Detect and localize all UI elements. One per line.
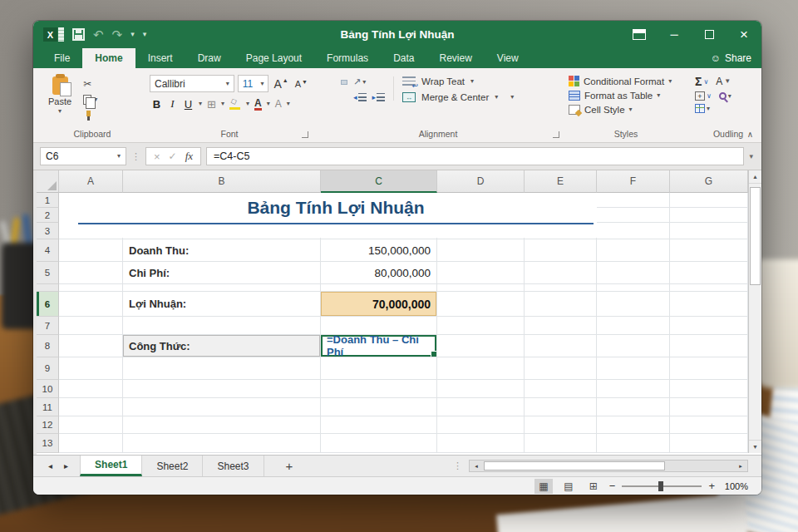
cell-C4[interactable]: 150,000,000 xyxy=(321,239,437,262)
normal-view-button[interactable]: ▦ xyxy=(534,479,553,494)
select-all-corner[interactable] xyxy=(37,170,59,193)
cell[interactable] xyxy=(59,317,123,335)
column-header-D[interactable]: D xyxy=(437,170,525,193)
paste-button[interactable]: Paste ▾ xyxy=(43,75,76,121)
orientation-button[interactable]: ↗▾ xyxy=(353,76,366,87)
cell[interactable] xyxy=(123,434,321,453)
tab-home[interactable]: Home xyxy=(82,48,135,68)
cell-C8[interactable]: =Doanh Thu – Chi Phí xyxy=(321,335,437,357)
merge-center-button[interactable]: ↔ Merge & Center ▾ ▾ xyxy=(402,92,514,102)
row-header-6[interactable]: 6 xyxy=(37,292,59,317)
column-header-E[interactable]: E xyxy=(525,170,597,193)
chevron-down-icon[interactable]: ▾ xyxy=(221,101,224,107)
chevron-down-icon[interactable]: ▾ xyxy=(510,94,514,101)
cell[interactable] xyxy=(437,434,525,453)
copy-button[interactable]: ▾ xyxy=(83,93,97,106)
cell[interactable] xyxy=(597,223,670,239)
font-color-button[interactable]: A xyxy=(254,98,262,111)
tab-draw[interactable]: Draw xyxy=(185,48,234,68)
tab-data[interactable]: Data xyxy=(381,48,426,68)
fill-color-button[interactable] xyxy=(229,99,241,110)
tab-file[interactable]: File xyxy=(42,48,82,68)
cell[interactable] xyxy=(525,284,597,292)
cell[interactable] xyxy=(59,434,123,453)
cell[interactable] xyxy=(437,317,525,335)
cell[interactable] xyxy=(525,239,597,262)
row-header-3[interactable]: 3 xyxy=(37,223,59,239)
column-header-F[interactable]: F xyxy=(597,170,670,193)
row-header-5[interactable]: 5 xyxy=(37,262,59,284)
tab-page-layout[interactable]: Page Layout xyxy=(234,48,314,68)
cell[interactable] xyxy=(597,416,670,434)
format-as-table-button[interactable]: Format as Table ▾ xyxy=(569,91,687,101)
cell[interactable] xyxy=(670,335,748,357)
cell[interactable] xyxy=(123,317,321,335)
row-header-12[interactable]: 12 xyxy=(37,416,59,434)
cell[interactable] xyxy=(123,380,321,398)
close-button[interactable]: × xyxy=(727,21,761,48)
maximize-button[interactable] xyxy=(692,21,727,48)
vertical-scrollbar[interactable]: ▲ ▼ xyxy=(748,170,761,453)
format-button[interactable]: ▾ xyxy=(695,104,710,113)
horizontal-scrollbar[interactable]: ◂ ▸ xyxy=(469,460,748,472)
sheet-tab-sheet1[interactable]: Sheet1 xyxy=(80,456,142,476)
name-box[interactable]: C6 ▾ xyxy=(40,147,126,165)
share-button[interactable]: ☺ Share xyxy=(711,48,751,68)
clear-format-button[interactable]: A xyxy=(275,98,282,110)
zoom-slider-thumb[interactable] xyxy=(658,481,663,491)
minimize-button[interactable]: ─ xyxy=(657,21,692,48)
cell[interactable] xyxy=(321,357,437,380)
cell[interactable] xyxy=(597,398,670,416)
font-dialog-launcher[interactable] xyxy=(302,131,308,138)
cell[interactable] xyxy=(597,335,670,357)
scroll-right-button[interactable]: ▸ xyxy=(734,461,747,471)
chevron-down-icon[interactable]: ▾ xyxy=(246,101,249,107)
row-header-4[interactable]: 4 xyxy=(37,239,59,262)
borders-button[interactable]: ⊞ xyxy=(207,98,216,111)
bold-button[interactable]: B xyxy=(151,98,162,111)
increase-indent-button[interactable]: ▸ xyxy=(372,93,386,101)
row-header-11[interactable]: 11 xyxy=(37,398,59,416)
formula-input[interactable]: =C4-C5 xyxy=(206,147,744,165)
scroll-down-button[interactable]: ▼ xyxy=(749,440,761,453)
enter-button[interactable]: ✓ xyxy=(169,150,177,162)
cell[interactable] xyxy=(670,357,748,380)
cell[interactable] xyxy=(321,416,437,434)
cell[interactable] xyxy=(59,292,123,317)
column-header-G[interactable]: G xyxy=(670,170,748,193)
top-align-button[interactable] xyxy=(316,80,323,85)
cell[interactable] xyxy=(670,223,748,239)
decrease-indent-button[interactable]: ◂ xyxy=(353,93,367,101)
align-left-button[interactable] xyxy=(316,95,323,100)
cell[interactable] xyxy=(123,398,321,416)
add-sheet-button[interactable]: + xyxy=(264,456,315,476)
row-header-collapsed[interactable] xyxy=(37,284,59,292)
cell-C5[interactable]: 80,000,000 xyxy=(321,262,437,284)
align-center-button[interactable] xyxy=(328,95,335,100)
chevron-down-icon[interactable]: ▾ xyxy=(267,101,270,107)
autosum-button[interactable]: Σ∨ xyxy=(695,75,708,88)
cell[interactable] xyxy=(59,380,123,398)
cell[interactable] xyxy=(321,434,437,453)
cell[interactable] xyxy=(437,292,525,317)
cell-C6[interactable]: 70,000,000 xyxy=(321,292,437,317)
cell[interactable] xyxy=(525,416,597,434)
cancel-button[interactable]: × xyxy=(154,150,160,163)
vertical-scroll-thumb[interactable] xyxy=(750,187,761,285)
cell[interactable] xyxy=(525,292,597,317)
row-header-9[interactable]: 9 xyxy=(37,357,59,380)
cell[interactable] xyxy=(670,208,748,223)
cell[interactable] xyxy=(123,416,321,434)
cell[interactable] xyxy=(597,284,670,292)
tab-formulas[interactable]: Formulas xyxy=(314,48,381,68)
font-name-select[interactable]: Callibri▾ xyxy=(150,75,234,92)
fill-button[interactable]: +∨ xyxy=(695,91,712,101)
format-painter-button[interactable] xyxy=(83,109,97,121)
cell[interactable] xyxy=(321,380,437,398)
zoom-slider[interactable] xyxy=(622,485,702,487)
cell[interactable] xyxy=(670,284,748,292)
row-header-8[interactable]: 8 xyxy=(37,335,59,357)
cell-styles-button[interactable]: Cell Style ▾ xyxy=(569,105,687,115)
expand-formula-bar-button[interactable]: ▾ xyxy=(749,152,753,160)
cell[interactable] xyxy=(437,380,525,398)
